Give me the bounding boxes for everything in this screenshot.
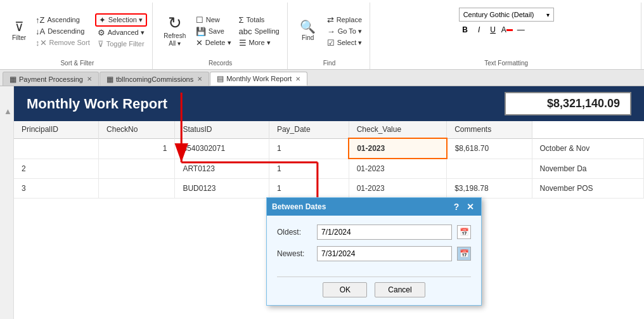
remove-sort-button[interactable]: ↕✕ Remove Sort xyxy=(33,37,93,48)
delete-button[interactable]: ✕ Delete ▾ xyxy=(193,37,234,48)
replace-button[interactable]: ⇄ Replace xyxy=(325,15,365,25)
select-button[interactable]: ☑ Select ▾ xyxy=(325,37,365,48)
dialog-titlebar-buttons: ? ✕ xyxy=(451,201,476,212)
report-total: $8,321,140.09 xyxy=(505,92,631,115)
totals-button[interactable]: Σ Totals xyxy=(236,15,282,25)
goto-button[interactable]: → Go To ▾ xyxy=(325,26,365,37)
cell-pay-date-2: 01-2023 xyxy=(349,159,447,179)
totals-icon: Σ xyxy=(239,15,244,25)
records-group: ↻ RefreshAll ▾ ☐ New 💾 Save ✕ Delet xyxy=(154,3,288,69)
left-strip: ▶ xyxy=(0,86,14,319)
italic-button[interactable]: I xyxy=(473,23,486,36)
table-header-row: PrincipalID CheckNo StatusID Pay_Date Ch… xyxy=(14,121,644,138)
cell-status-1: 1 xyxy=(269,138,349,159)
col-comments: Comments xyxy=(447,121,532,138)
col-pay-date: Pay_Date xyxy=(269,121,349,138)
dialog-footer: OK Cancel xyxy=(267,277,481,305)
find-buttons: 🔍 Find ⇄ Replace → Go To ▾ ☑ Select ▾ xyxy=(294,4,365,58)
record-extra-options: Σ Totals abc Spelling ☰ More ▾ xyxy=(236,15,282,48)
more-icon: ☰ xyxy=(239,38,247,48)
dialog-title: Between Dates xyxy=(272,202,326,211)
dialog-close-button[interactable]: ✕ xyxy=(465,201,476,212)
find-group: 🔍 Find ⇄ Replace → Go To ▾ ☑ Select ▾ xyxy=(289,3,371,69)
advanced-button[interactable]: ⚙ Advanced ▾ xyxy=(95,27,147,38)
font-name-box[interactable]: Century Gothic (Detail) ▾ xyxy=(459,8,554,22)
spelling-button[interactable]: abc Spelling xyxy=(236,26,282,37)
find-button[interactable]: 🔍 Find xyxy=(294,4,322,58)
col-check-no: CheckNo xyxy=(99,121,175,138)
newest-calendar-icon[interactable]: 📅 xyxy=(457,247,471,261)
advanced-icon: ⚙ xyxy=(98,28,105,37)
dialog-titlebar: Between Dates ? ✕ xyxy=(267,198,481,216)
tab-monthly-report[interactable]: ▤ Monthly Work Report ✕ xyxy=(210,72,307,86)
refresh-icon: ↻ xyxy=(168,15,182,31)
cell-check-value-2 xyxy=(447,159,532,179)
table-row: 3 BUD0123 1 01-2023 $3,198.78 November P… xyxy=(14,179,644,199)
oldest-label: Oldest: xyxy=(277,228,312,237)
font-format-row: B I U A — xyxy=(459,23,554,36)
tbl-tab-close[interactable]: ✕ xyxy=(197,75,202,82)
font-color-button[interactable]: A xyxy=(501,23,513,36)
ok-button[interactable]: OK xyxy=(323,282,367,297)
tab-payment-processing[interactable]: ▦ Payment Processing ✕ xyxy=(3,72,99,86)
ribbon-groups: ⊽ Filter ↑Z Ascending ↓A Descending ↕✕ xyxy=(0,0,644,69)
filter-button[interactable]: ⊽ Filter xyxy=(8,4,30,58)
report-title: Monthly Work Report xyxy=(27,96,167,112)
new-button[interactable]: ☐ New xyxy=(193,15,234,25)
main-content: ▶ Monthly Work Report $8,321,140.09 Prin… xyxy=(0,86,644,319)
refresh-button[interactable]: ↻ RefreshAll ▾ xyxy=(159,4,191,58)
selection-button[interactable]: ✦ Selection ▾ xyxy=(95,13,147,27)
monthly-tab-icon: ▤ xyxy=(217,74,224,83)
oldest-input[interactable] xyxy=(317,225,452,240)
oldest-calendar-icon[interactable]: 📅 xyxy=(457,225,471,239)
font-dropdown-icon[interactable]: ▾ xyxy=(546,11,550,18)
cell-check-val-2: ART0123 xyxy=(175,159,269,179)
tabs-bar: ▦ Payment Processing ✕ ▦ tblIncomingComm… xyxy=(0,70,644,86)
cell-comments-1: October & Nov xyxy=(532,138,643,159)
data-table: PrincipalID CheckNo StatusID Pay_Date Ch… xyxy=(14,121,644,199)
col-principal-id: PrincipalID xyxy=(14,121,99,138)
descending-button[interactable]: ↓A Descending xyxy=(33,26,93,37)
cell-status-3: 1 xyxy=(269,179,349,199)
tbl-tab-icon: ▦ xyxy=(106,75,113,84)
more-button[interactable]: ☰ More ▾ xyxy=(236,37,282,48)
records-label: Records xyxy=(209,58,232,67)
monthly-tab-close[interactable]: ✕ xyxy=(295,75,300,82)
ribbon: ⊽ Filter ↑Z Ascending ↓A Descending ↕✕ xyxy=(0,0,644,70)
ascending-button[interactable]: ↑Z Ascending xyxy=(33,15,93,25)
bold-button[interactable]: B xyxy=(459,23,472,36)
toggle-filter-icon: ⊽ xyxy=(98,39,104,49)
records-buttons: ↻ RefreshAll ▾ ☐ New 💾 Save ✕ Delet xyxy=(159,4,282,58)
ascending-icon: ↑Z xyxy=(35,15,44,25)
cell-check-num-1: 1 xyxy=(99,138,175,159)
cancel-button[interactable]: Cancel xyxy=(375,282,425,297)
dialog-help-button[interactable]: ? xyxy=(451,201,462,212)
cell-check-val-1: 3540302071 xyxy=(175,138,269,159)
descending-icon: ↓A xyxy=(35,27,45,36)
text-formatting-label: Text Formatting xyxy=(484,58,528,67)
cell-comments-2: November Da xyxy=(532,159,643,179)
find-label: Find xyxy=(323,58,335,67)
cell-pay-date-3: 01-2023 xyxy=(349,179,447,199)
table-row: 2 ART0123 1 01-2023 November Da xyxy=(14,159,644,179)
text-formatting-group: Century Gothic (Detail) ▾ B I U A — xyxy=(371,3,641,69)
selection-icon: ✦ xyxy=(99,15,106,25)
cell-principal-1 xyxy=(14,138,99,159)
toggle-filter-button[interactable]: ⊽ Toggle Filter xyxy=(95,39,147,49)
newest-field: Newest: 📅 xyxy=(277,246,471,261)
cell-check-num-2 xyxy=(99,159,175,179)
highlight-button[interactable]: — xyxy=(515,23,527,36)
cell-check-value-1: $8,618.70 xyxy=(447,138,532,159)
tab-tbl-incoming[interactable]: ▦ tblIncomingCommissions ✕ xyxy=(100,72,209,86)
col-check-value: Check_Value xyxy=(349,121,447,138)
font-toolbar: Century Gothic (Detail) ▾ B I U A — xyxy=(458,6,555,37)
sort-filter-group: ⊽ Filter ↑Z Ascending ↓A Descending ↕✕ xyxy=(3,3,153,69)
sort-options: ↑Z Ascending ↓A Descending ↕✕ Remove Sor… xyxy=(33,15,93,48)
find-icon: 🔍 xyxy=(300,20,316,33)
underline-button[interactable]: U xyxy=(487,23,499,36)
payment-tab-close[interactable]: ✕ xyxy=(87,75,92,82)
save-button[interactable]: 💾 Save xyxy=(193,26,234,37)
newest-input[interactable] xyxy=(317,246,452,261)
cell-principal-3: 3 xyxy=(14,179,99,199)
cell-status-2: 1 xyxy=(269,159,349,179)
